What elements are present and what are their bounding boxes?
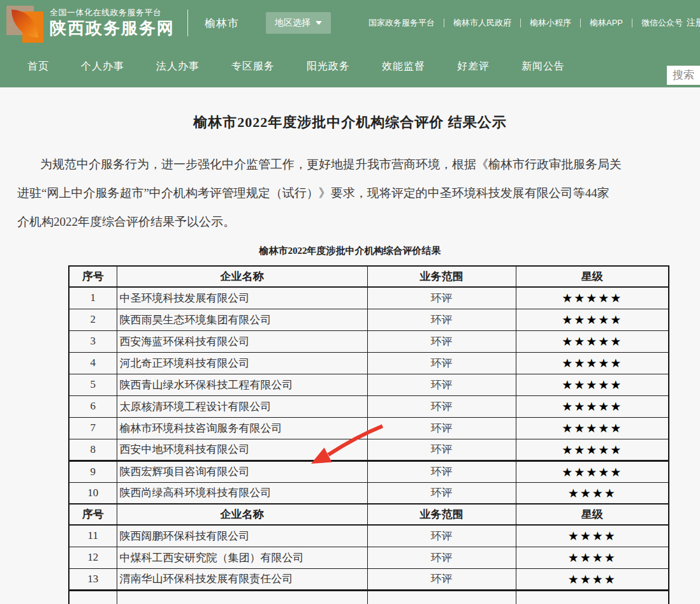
main-nav-items: 首页个人办事法人办事专区服务阳光政务效能监督好差评新闻公告 — [27, 60, 597, 73]
table-header-row: 序号企业名称业务范围星级 — [69, 266, 669, 287]
site-header: 全国一体化在线政务服务平台 陕西政务服务网 榆林市 地区选择 国家政务服务平台榆… — [0, 0, 700, 87]
cell-no: 11 — [69, 525, 117, 547]
cell-stars: ★★★★★ — [516, 309, 669, 330]
register-link[interactable]: 注册 — [687, 17, 700, 29]
cell-scope: 环评 — [367, 547, 516, 568]
cell-name: 陕西雨昊生态环境集团有限公司 — [117, 309, 367, 330]
nav-item-1[interactable]: 个人办事 — [81, 60, 124, 73]
current-city: 榆林市 — [205, 16, 239, 31]
main-nav: 首页个人办事法人办事专区服务阳光政务效能监督好差评新闻公告 — [0, 46, 700, 87]
cell-no: 7 — [69, 417, 117, 439]
cell-name: 榆林市环境科技咨询服务有限公司 — [117, 417, 367, 439]
notice-paragraph: 为规范中介服务行为，进一步强化中介监管工作，更好地提升我市营商环境，根据《榆林市… — [0, 150, 700, 236]
cell-no: 8 — [69, 439, 117, 460]
column-header: 序号 — [69, 504, 117, 525]
evaluation-results-body: 序号企业名称业务范围星级1中圣环境科技发展有限公司环评★★★★★2陕西雨昊生态环… — [69, 266, 669, 604]
cell-scope: 环评 — [367, 374, 516, 395]
cell-no: 12 — [69, 547, 117, 568]
table-row: 5陕西青山绿水环保科技工程有限公司环评★★★★★ — [69, 374, 669, 395]
cell-no: 4 — [69, 352, 117, 374]
cell-scope: 环评 — [367, 568, 516, 590]
top-link-1[interactable]: 榆林市人民政府 — [453, 17, 511, 29]
link-separator — [520, 18, 521, 27]
header-divider — [187, 10, 188, 36]
cell-stars: ★★★★ — [516, 482, 669, 504]
nav-item-7[interactable]: 新闻公告 — [521, 60, 565, 73]
cell-no: 9 — [69, 460, 117, 482]
cell-no: 3 — [69, 330, 117, 352]
region-select-button[interactable]: 地区选择 — [266, 12, 331, 34]
cell-stars: ★★★★★ — [516, 352, 669, 374]
table-row: 2陕西雨昊生态环境集团有限公司环评★★★★★ — [69, 309, 669, 330]
table-row: 6太原核清环境工程设计有限公司环评★★★★★ — [69, 395, 669, 417]
cell-stars: ★★★★★ — [516, 395, 669, 417]
top-link-3[interactable]: 榆林APP — [590, 17, 623, 29]
link-separator — [444, 18, 444, 27]
region-select-label: 地区选择 — [275, 17, 310, 29]
cell-name: 陕西阔鹏环保科技有限公司 — [117, 525, 367, 547]
cell-no: 6 — [69, 395, 117, 417]
top-link-4[interactable]: 微信公众号 — [641, 17, 683, 29]
cell-no: 13 — [69, 568, 117, 590]
top-links: 国家政务服务平台榆林市人民政府榆林小程序榆林APP微信公众号 — [368, 0, 683, 46]
table-row: 3西安海蓝环保科技有限公司环评★★★★★ — [69, 330, 669, 352]
column-header: 星级 — [516, 504, 669, 525]
column-header: 企业名称 — [117, 504, 367, 525]
paragraph-line-1: 为规范中介服务行为，进一步强化中介监管工作，更好地提升我市营商环境，根据《榆林市… — [0, 150, 700, 179]
cell-stars: ★★★★★ — [516, 417, 669, 439]
nav-item-4[interactable]: 阳光政务 — [307, 60, 350, 73]
nav-item-0[interactable]: 首页 — [27, 60, 49, 73]
nav-item-2[interactable]: 法人办事 — [156, 60, 200, 73]
cell-name: 陕西尚绿高科环境科技有限公司 — [117, 482, 367, 504]
cell-stars: ★★★★★ — [516, 439, 669, 460]
cell-scope: 环评 — [367, 482, 516, 504]
nav-item-5[interactable]: 效能监督 — [382, 60, 425, 73]
cell-stars: ★★★★★ — [516, 330, 669, 352]
cell-name: 陕西宏辉项目咨询有限公司 — [117, 460, 367, 482]
cell-scope: 环评 — [367, 287, 516, 309]
cell-name: 西安海蓝环保科技有限公司 — [117, 330, 367, 352]
cell-stars: ★★★★★ — [516, 287, 669, 309]
cell-name: 太原核清环境工程设计有限公司 — [117, 395, 367, 417]
cell-no: 10 — [69, 482, 117, 504]
cell-name: 陕西青山绿水环保科技工程有限公司 — [117, 374, 367, 395]
table-row: 10陕西尚绿高科环境科技有限公司环评★★★★ — [69, 482, 669, 504]
site-title-block: 全国一体化在线政务服务平台 陕西政务服务网 — [50, 8, 175, 39]
cell-scope: 环评 — [367, 330, 516, 352]
table-row: 9陕西宏辉项目咨询有限公司环评★★★★★ — [69, 460, 669, 482]
table-row: 4河北奇正环境科技有限公司环评★★★★★ — [69, 352, 669, 374]
cell-name: 中圣环境科技发展有限公司 — [117, 287, 367, 309]
table-row: 7榆林市环境科技咨询服务有限公司环评★★★★★ — [69, 417, 669, 439]
cell-scope: 环评 — [367, 417, 516, 439]
table-row: 1中圣环境科技发展有限公司环评★★★★★ — [69, 287, 669, 309]
cell-stars: ★★★★★ — [516, 374, 669, 395]
cell-name: 渭南华山环保科技发展有限责任公司 — [117, 568, 367, 590]
cell-scope: 环评 — [367, 439, 516, 460]
cell-no: 5 — [69, 374, 117, 395]
nav-item-6[interactable]: 好差评 — [457, 60, 490, 73]
page-title: 榆林市2022年度涉批中介机构综合评价 结果公示 — [0, 87, 700, 132]
column-header: 企业名称 — [117, 266, 367, 287]
table-caption: 榆林市2022年度涉批中介机构综合评价结果 — [0, 245, 700, 257]
nav-item-3[interactable]: 专区服务 — [231, 60, 275, 73]
cell-name: 中煤科工西安研究院（集团）有限公司 — [117, 547, 367, 568]
cell-stars: ★★★★ — [516, 547, 669, 568]
column-header: 星级 — [516, 266, 669, 287]
top-link-2[interactable]: 榆林小程序 — [530, 17, 571, 29]
header-top: 全国一体化在线政务服务平台 陕西政务服务网 榆林市 地区选择 国家政务服务平台榆… — [0, 0, 700, 46]
column-header: 业务范围 — [367, 504, 516, 525]
table-row-partial — [69, 590, 669, 604]
platform-name: 全国一体化在线政务服务平台 — [50, 8, 175, 18]
notice-content: 榆林市2022年度涉批中介机构综合评价 结果公示 为规范中介服务行为，进一步强化… — [0, 87, 700, 604]
cell-scope: 环评 — [367, 460, 516, 482]
top-link-0[interactable]: 国家政务服务平台 — [368, 17, 435, 29]
table-row: 13渭南华山环保科技发展有限责任公司环评★★★★ — [69, 568, 669, 590]
paragraph-line-2: 进驻“网上中介服务超市”中介机构考评管理规定（试行）》要求，现将评定的中圣环境科… — [0, 179, 700, 207]
cell-scope: 环评 — [367, 395, 516, 417]
search-input[interactable] — [667, 66, 700, 85]
site-name: 陕西政务服务网 — [50, 18, 175, 39]
evaluation-results-table: 序号企业名称业务范围星级1中圣环境科技发展有限公司环评★★★★★2陕西雨昊生态环… — [68, 265, 669, 604]
cell-stars: ★★★★★ — [516, 460, 669, 482]
table-header-row: 序号企业名称业务范围星级 — [69, 504, 669, 525]
cell-scope: 环评 — [367, 309, 516, 330]
